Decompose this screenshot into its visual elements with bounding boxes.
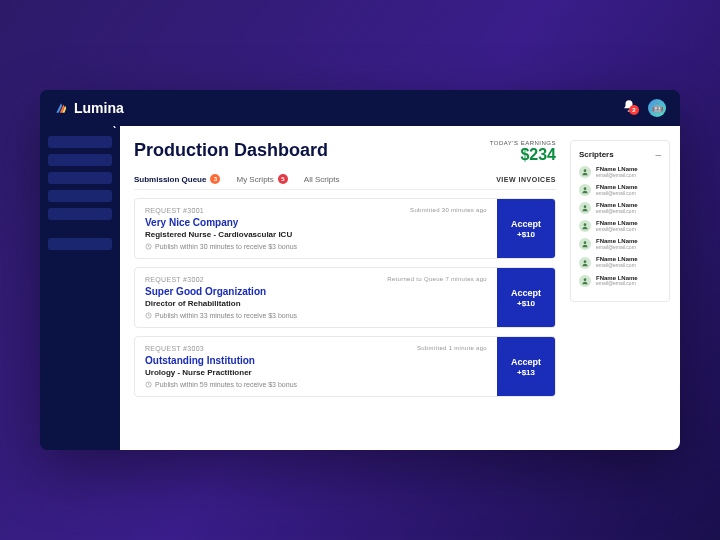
- topbar: Lumina 2 🤖: [40, 90, 680, 126]
- main: Production Dashboard TODAY'S EARNINGS $2…: [120, 126, 680, 450]
- accept-bonus: +$13: [517, 368, 535, 377]
- scripter-email: email@email.com: [596, 173, 638, 179]
- request-meta: Publish within 33 minutes to receive $3 …: [145, 312, 487, 319]
- accept-button[interactable]: Accept +$10: [497, 199, 555, 258]
- scripter-item[interactable]: FName LNameemail@email.com: [579, 202, 661, 214]
- scripters-collapse-button[interactable]: –: [655, 149, 661, 160]
- scripter-item[interactable]: FName LNameemail@email.com: [579, 256, 661, 268]
- scripter-item[interactable]: FName LNameemail@email.com: [579, 166, 661, 178]
- sidebar-item[interactable]: [48, 136, 112, 148]
- request-card: REQUEST #3002Returned to Queue 7 minutes…: [134, 267, 556, 328]
- content: Production Dashboard TODAY'S EARNINGS $2…: [120, 126, 570, 450]
- scripters-panel: Scripters – FName LNameemail@email.comFN…: [570, 140, 670, 302]
- svg-point-9: [584, 278, 587, 281]
- scripter-avatar: [579, 202, 591, 214]
- accept-label: Accept: [511, 357, 541, 367]
- scripter-item[interactable]: FName LNameemail@email.com: [579, 220, 661, 232]
- scripter-email: email@email.com: [596, 281, 638, 287]
- request-subtitle: Registered Nurse - Cardiovascular ICU: [145, 230, 487, 239]
- svg-point-6: [584, 224, 587, 227]
- tabs-row: Submission Queue 3 My Scripts 5 All Scri…: [134, 174, 556, 190]
- card-body: REQUEST #3001Submitted 30 minutes ago Ve…: [135, 199, 497, 258]
- earnings-value: $234: [490, 146, 556, 164]
- clock-icon: [145, 243, 152, 250]
- scripters-list: FName LNameemail@email.comFName LNameema…: [579, 166, 661, 287]
- scripter-info: FName LNameemail@email.com: [596, 256, 638, 268]
- svg-point-8: [584, 260, 587, 263]
- scripter-item[interactable]: FName LNameemail@email.com: [579, 184, 661, 196]
- scripter-avatar: [579, 257, 591, 269]
- sidebar: ‹: [40, 126, 120, 450]
- request-status: Submitted 30 minutes ago: [410, 207, 487, 214]
- notifications-button[interactable]: 2: [622, 99, 636, 117]
- scripters-header: Scripters –: [579, 149, 661, 160]
- topbar-right: 2 🤖: [622, 99, 666, 117]
- svg-point-5: [584, 206, 587, 209]
- scripter-info: FName LNameemail@email.com: [596, 166, 638, 178]
- scripter-avatar: [579, 238, 591, 250]
- tab-submission-queue[interactable]: Submission Queue 3: [134, 174, 220, 184]
- scripter-item[interactable]: FName LNameemail@email.com: [579, 275, 661, 287]
- scripter-info: FName LNameemail@email.com: [596, 220, 638, 232]
- request-subtitle: Urology - Nurse Practitioner: [145, 368, 487, 377]
- request-meta: Publish within 59 minutes to receive $3 …: [145, 381, 487, 388]
- scripter-avatar: [579, 184, 591, 196]
- sidebar-item[interactable]: [48, 208, 112, 220]
- tab-my-scripts[interactable]: My Scripts 5: [236, 174, 287, 184]
- sidebar-collapse-button[interactable]: ‹: [113, 126, 116, 131]
- clock-icon: [145, 381, 152, 388]
- request-id: REQUEST #3003: [145, 345, 204, 352]
- request-title[interactable]: Very Nice Company: [145, 217, 487, 228]
- tab-label: My Scripts: [236, 175, 273, 184]
- scripter-email: email@email.com: [596, 209, 638, 215]
- card-body: REQUEST #3002Returned to Queue 7 minutes…: [135, 268, 497, 327]
- request-meta-text: Publish within 59 minutes to receive $3 …: [155, 381, 297, 388]
- scripter-avatar: [579, 220, 591, 232]
- scripter-avatar: [579, 166, 591, 178]
- request-title[interactable]: Super Good Organization: [145, 286, 487, 297]
- scripter-item[interactable]: FName LNameemail@email.com: [579, 238, 661, 250]
- tab-label: Submission Queue: [134, 175, 206, 184]
- header-row: Production Dashboard TODAY'S EARNINGS $2…: [134, 140, 556, 164]
- scripters-title: Scripters: [579, 150, 614, 159]
- sidebar-item[interactable]: [48, 190, 112, 202]
- sidebar-item[interactable]: [48, 172, 112, 184]
- svg-point-7: [584, 242, 587, 245]
- tab-badge: 3: [210, 174, 220, 184]
- svg-point-4: [584, 187, 587, 190]
- request-meta: Publish within 30 minutes to receive $3 …: [145, 243, 487, 250]
- scripter-info: FName LNameemail@email.com: [596, 238, 638, 250]
- sidebar-item[interactable]: [48, 154, 112, 166]
- page-title: Production Dashboard: [134, 140, 328, 161]
- accept-bonus: +$10: [517, 230, 535, 239]
- accept-button[interactable]: Accept +$10: [497, 268, 555, 327]
- card-request-row: REQUEST #3002Returned to Queue 7 minutes…: [145, 276, 487, 283]
- brand-name: Lumina: [74, 100, 124, 116]
- accept-bonus: +$10: [517, 299, 535, 308]
- accept-button[interactable]: Accept +$13: [497, 337, 555, 396]
- request-meta-text: Publish within 33 minutes to receive $3 …: [155, 312, 297, 319]
- scripter-email: email@email.com: [596, 263, 638, 269]
- earnings: TODAY'S EARNINGS $234: [490, 140, 556, 164]
- scripter-email: email@email.com: [596, 245, 638, 251]
- request-cards: REQUEST #3001Submitted 30 minutes ago Ve…: [134, 198, 556, 397]
- request-meta-text: Publish within 30 minutes to receive $3 …: [155, 243, 297, 250]
- sidebar-item[interactable]: [48, 238, 112, 250]
- right-panel: Scripters – FName LNameemail@email.comFN…: [570, 126, 680, 450]
- scripter-info: FName LNameemail@email.com: [596, 275, 638, 287]
- scripter-email: email@email.com: [596, 227, 638, 233]
- view-invoices-link[interactable]: VIEW INVOICES: [496, 176, 556, 183]
- brand[interactable]: Lumina: [54, 100, 124, 116]
- request-status: Submitted 1 minute ago: [417, 345, 487, 352]
- request-subtitle: Director of Rehabilitation: [145, 299, 487, 308]
- tab-label: All Scripts: [304, 175, 340, 184]
- tab-all-scripts[interactable]: All Scripts: [304, 175, 340, 184]
- request-card: REQUEST #3001Submitted 30 minutes ago Ve…: [134, 198, 556, 259]
- request-id: REQUEST #3001: [145, 207, 204, 214]
- user-avatar[interactable]: 🤖: [648, 99, 666, 117]
- clock-icon: [145, 312, 152, 319]
- request-id: REQUEST #3002: [145, 276, 204, 283]
- body: ‹ Production Dashboard TODAY'S EARNINGS …: [40, 126, 680, 450]
- card-body: REQUEST #3003Submitted 1 minute ago Outs…: [135, 337, 497, 396]
- request-title[interactable]: Outstanding Institution: [145, 355, 487, 366]
